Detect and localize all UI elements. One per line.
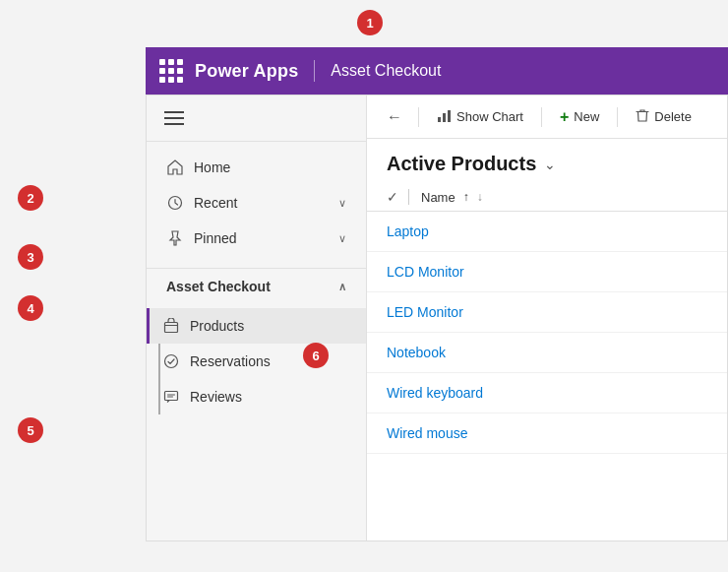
delete-button[interactable]: Delete (626, 102, 701, 132)
sidebar-item-recent[interactable]: Recent ∨ (147, 185, 366, 221)
sort-down-icon: ↓ (477, 190, 483, 204)
toolbar-sep-3 (617, 107, 618, 127)
toolbar-sep-1 (418, 107, 419, 127)
sidebar-item-reservations[interactable]: Reservations (147, 344, 366, 379)
new-icon: + (560, 108, 569, 126)
check-icon: ✓ (387, 189, 398, 205)
annotation-2: 2 (18, 185, 43, 211)
annotation-5: 5 (18, 417, 43, 443)
list-item[interactable]: Notebook (367, 333, 727, 373)
products-icon (162, 317, 180, 335)
waffle-menu-icon[interactable] (159, 59, 183, 83)
section-header[interactable]: Asset Checkout ∧ (147, 269, 366, 304)
list-title-chevron-icon[interactable]: ⌄ (544, 157, 556, 172)
sidebar-item-reviews[interactable]: Reviews (147, 379, 366, 414)
new-label: New (574, 109, 599, 124)
svg-rect-4 (438, 117, 441, 122)
list-item[interactable]: Laptop (367, 212, 727, 252)
annotation-3: 3 (18, 244, 43, 270)
app-name: Power Apps (195, 61, 298, 82)
list-header: Active Products ⌄ (367, 139, 727, 183)
sidebar-item-products[interactable]: Products (147, 308, 366, 344)
home-icon (166, 159, 184, 176)
list-item[interactable]: Wired mouse (367, 413, 727, 454)
sidebar-item-pinned[interactable]: Pinned ∨ (147, 221, 366, 256)
column-header: ✓ Name ↑ ↓ (367, 183, 727, 212)
app-header: Power Apps Asset Checkout (146, 47, 728, 95)
toolbar-sep-2 (541, 107, 542, 127)
header-page-title: Asset Checkout (331, 62, 441, 80)
toolbar: ← Show Chart + (367, 95, 727, 139)
list-item[interactable]: LCD Monitor (367, 252, 727, 292)
delete-label: Delete (654, 109, 692, 124)
reservations-icon (162, 352, 180, 370)
asset-checkout-section: Asset Checkout ∧ (147, 268, 366, 418)
section-items-wrapper: Products Reservations (147, 304, 366, 418)
chart-icon (437, 108, 452, 126)
column-name-label: Name (421, 190, 455, 205)
pinned-chevron: ∨ (338, 232, 346, 245)
sort-up-icon: ↑ (463, 190, 469, 204)
reservations-label: Reservations (190, 353, 271, 369)
pinned-label: Pinned (194, 230, 329, 246)
section-chevron: ∧ (338, 281, 346, 293)
list-title: Active Products (387, 153, 536, 175)
show-chart-label: Show Chart (456, 109, 523, 124)
svg-rect-1 (165, 323, 178, 333)
header-divider (314, 60, 315, 82)
annotation-1: 1 (357, 10, 383, 35)
section-title: Asset Checkout (166, 279, 338, 294)
products-list: Laptop LCD Monitor LED Monitor Notebook … (367, 212, 727, 540)
pin-icon (166, 229, 184, 247)
sidebar: Home Recent ∨ (147, 95, 367, 540)
svg-rect-5 (443, 113, 446, 122)
back-button[interactable]: ← (379, 104, 410, 130)
annotation-6: 6 (303, 343, 329, 368)
svg-rect-3 (165, 392, 178, 401)
section-items: Products Reservations (147, 304, 366, 418)
recent-chevron: ∨ (338, 197, 346, 210)
reviews-label: Reviews (190, 389, 242, 405)
recent-label: Recent (194, 195, 329, 211)
content-area: ← Show Chart + (367, 95, 727, 540)
sidebar-nav: Home Recent ∨ (147, 142, 366, 264)
svg-point-2 (165, 355, 178, 368)
delete-icon (636, 108, 649, 126)
new-button[interactable]: + New (550, 102, 609, 132)
show-chart-button[interactable]: Show Chart (427, 102, 533, 132)
list-item[interactable]: LED Monitor (367, 292, 727, 333)
list-item[interactable]: Wired keyboard (367, 373, 727, 413)
clock-icon (166, 194, 184, 212)
reviews-icon (162, 388, 180, 406)
svg-rect-6 (448, 110, 451, 122)
hamburger-button[interactable] (160, 105, 188, 131)
col-divider (408, 189, 409, 205)
home-label: Home (194, 159, 346, 175)
products-label: Products (190, 318, 244, 334)
sidebar-item-home[interactable]: Home (147, 150, 366, 185)
annotation-4: 4 (18, 295, 43, 321)
